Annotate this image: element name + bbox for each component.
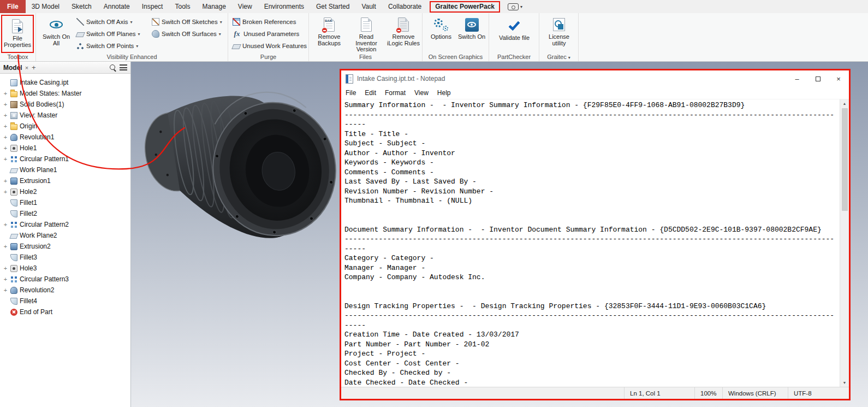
notepad-body: Summary Information - - Inventor Summary… — [341, 99, 849, 387]
switch-off-axis-button[interactable]: Switch Off Axis ▾ — [76, 17, 133, 27]
expand-icon[interactable]: + — [3, 113, 8, 118]
tree-item-work-plane1[interactable]: Work Plane1 — [0, 164, 130, 175]
minimize-button[interactable]: – — [787, 70, 807, 87]
chevron-down-icon[interactable]: ▾ — [136, 44, 138, 49]
tab-model[interactable]: Model × — [3, 64, 28, 72]
tree-item-end-of-part[interactable]: End of Part — [0, 306, 130, 317]
tab-annotate[interactable]: Annotate — [98, 0, 136, 13]
tree-item-intake-casing[interactable]: Intake Casing.ipt — [0, 77, 130, 88]
close-button[interactable]: × — [828, 70, 849, 87]
expand-icon[interactable]: + — [3, 178, 8, 184]
fillet-icon — [10, 254, 17, 261]
broken-references-button[interactable]: Broken References — [233, 17, 296, 27]
menu-format[interactable]: Format — [381, 89, 410, 97]
expand-icon[interactable]: + — [3, 244, 8, 249]
menu-file[interactable]: File — [341, 89, 360, 97]
tree-item-hole1[interactable]: +Hole1 — [0, 143, 130, 154]
tab-manage[interactable]: Manage — [196, 0, 231, 13]
file-properties-button[interactable]: File Properties — [1, 15, 34, 53]
solid-body-icon — [10, 101, 17, 108]
tree-item-circular-pattern2[interactable]: +Circular Pattern2 — [0, 219, 130, 230]
expand-icon[interactable]: + — [3, 123, 8, 129]
notepad-titlebar[interactable]: Intake Casing.ipt.txt - Notepad – × — [341, 70, 849, 87]
tab-sketch[interactable]: Sketch — [66, 0, 98, 13]
tab-3d-model[interactable]: 3D Model — [26, 0, 66, 13]
expand-icon[interactable]: + — [3, 91, 8, 96]
capture-menu-icon[interactable]: ▾ — [508, 3, 522, 10]
license-utility-button[interactable]: License utility — [542, 16, 576, 46]
chevron-down-icon[interactable]: ▾ — [219, 32, 221, 37]
tab-collaborate[interactable]: Collaborate — [382, 0, 427, 13]
expand-icon[interactable]: + — [3, 102, 8, 107]
expand-icon[interactable]: + — [3, 222, 8, 227]
expand-icon[interactable]: + — [3, 156, 8, 162]
unused-parameters-button[interactable]: fx Unused Parameters — [233, 29, 299, 39]
close-tab-icon[interactable]: × — [25, 64, 28, 71]
tree-item-circular-pattern3[interactable]: +Circular Pattern3 — [0, 274, 130, 285]
fx-icon: fx — [233, 30, 241, 38]
tree-item-circular-pattern1[interactable]: +Circular Pattern1 — [0, 154, 130, 164]
chevron-down-icon[interactable]: ▾ — [220, 20, 222, 25]
tree-item-revolution2[interactable]: +Revolution2 — [0, 285, 130, 296]
tree-item-solid-bodies[interactable]: +Solid Bodies(1) — [0, 99, 130, 110]
browser-menu-icon[interactable] — [120, 64, 127, 70]
search-icon[interactable] — [109, 64, 116, 71]
expand-icon[interactable]: + — [3, 145, 8, 151]
scroll-down-arrow[interactable]: ▼ — [840, 379, 849, 387]
expand-icon[interactable]: + — [3, 189, 8, 194]
notepad-statusbar: Ln 1, Col 1 100% Windows (CRLF) UTF-8 — [341, 387, 849, 399]
switch-off-surfaces-button[interactable]: Switch Off Surfaces ▾ — [152, 29, 221, 39]
group-label-graitec[interactable]: Graitec ▾ — [539, 54, 578, 60]
tab-environments[interactable]: Environments — [258, 0, 310, 13]
revolve-icon — [10, 287, 17, 294]
tree-item-hole2[interactable]: +Hole2 — [0, 186, 130, 197]
tab-inspect[interactable]: Inspect — [136, 0, 169, 13]
scroll-up-arrow[interactable]: ▲ — [840, 99, 849, 108]
remove-backups-button[interactable]: BAK Remove Backups — [312, 16, 346, 46]
tab-get-started[interactable]: Get Started — [310, 0, 355, 13]
menu-view[interactable]: View — [410, 89, 433, 97]
tree-item-work-plane2[interactable]: Work Plane2 — [0, 230, 130, 241]
read-inventor-version-button[interactable]: Read Inventor Version — [348, 16, 384, 53]
tab-file[interactable]: File — [0, 0, 26, 13]
switch-off-planes-button[interactable]: Switch Off Planes ▾ — [76, 29, 140, 39]
expand-icon[interactable]: + — [3, 134, 8, 140]
menu-edit[interactable]: Edit — [360, 89, 381, 97]
expand-icon[interactable]: + — [3, 276, 8, 282]
scrollbar-thumb[interactable] — [842, 108, 848, 211]
switch-off-points-button[interactable]: Switch Off Points ▾ — [76, 41, 138, 51]
switch-on-all-button[interactable]: Switch On All — [40, 16, 72, 46]
chevron-down-icon[interactable]: ▾ — [138, 32, 140, 37]
unused-work-features-button[interactable]: Unused Work Features — [233, 41, 307, 51]
tree-item-fillet3[interactable]: Fillet3 — [0, 252, 130, 263]
tree-item-revolution1[interactable]: +Revolution1 — [0, 132, 130, 143]
remove-ilogic-rules-button[interactable]: Remove iLogic Rules — [387, 16, 420, 46]
tree-item-fillet1[interactable]: Fillet1 — [0, 197, 130, 208]
notepad-text-area[interactable]: Summary Information - - Inventor Summary… — [341, 99, 840, 387]
switch-off-sketches-button[interactable]: Switch Off Sketches ▾ — [152, 17, 222, 27]
tree-item-label: Model States: Master — [20, 90, 81, 97]
tree-item-label: Hole3 — [20, 264, 37, 272]
tree-item-view-master[interactable]: +View: Master — [0, 110, 130, 121]
chevron-down-icon[interactable]: ▾ — [130, 20, 132, 25]
tab-graitec-powerpack[interactable]: Graitec PowerPack — [430, 1, 500, 13]
tab-tools[interactable]: Tools — [169, 0, 196, 13]
expand-icon[interactable]: + — [3, 266, 8, 271]
maximize-button[interactable] — [807, 70, 828, 87]
tree-item-hole3[interactable]: +Hole3 — [0, 263, 130, 274]
tree-item-fillet4[interactable]: Fillet4 — [0, 296, 130, 306]
validate-file-button[interactable]: Validate file — [492, 17, 536, 42]
vertical-scrollbar[interactable]: ▲ ▼ — [840, 99, 849, 387]
tree-item-extrusion1[interactable]: +Extrusion1 — [0, 175, 130, 186]
osg-switch-on-button[interactable]: Switch On — [457, 16, 486, 40]
tab-vault[interactable]: Vault — [355, 0, 382, 13]
tree-item-model-states[interactable]: +Model States: Master — [0, 88, 130, 99]
menu-help[interactable]: Help — [433, 89, 455, 97]
tab-view[interactable]: View — [232, 0, 258, 13]
options-button[interactable]: Options — [427, 16, 455, 40]
tree-item-origin[interactable]: +Origin — [0, 121, 130, 132]
add-tab-button[interactable]: + — [32, 63, 36, 72]
tree-item-extrusion2[interactable]: +Extrusion2 — [0, 241, 130, 252]
tree-item-fillet2[interactable]: Fillet2 — [0, 208, 130, 219]
expand-icon[interactable]: + — [3, 287, 8, 293]
